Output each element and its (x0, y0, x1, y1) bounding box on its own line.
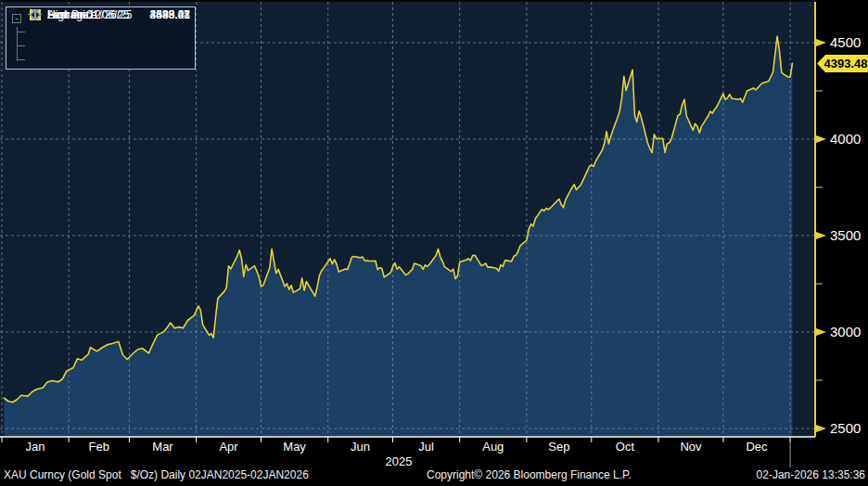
y-axis-label: 2500 (830, 420, 861, 436)
low-marker-icon (27, 8, 43, 20)
legend-label: Low on 01/06/25 (47, 8, 130, 21)
bloomberg-chart-window: JanFebMarAprMayJunJulAugSepOctNovDec2500… (0, 0, 868, 486)
x-axis-month-label: Dec (746, 440, 768, 454)
security-description: XAU Curncy (Gold Spot $/Oz) Daily 02JAN2… (4, 468, 309, 481)
x-axis-month-label: Aug (482, 440, 504, 454)
price-chart-svg[interactable]: JanFebMarAprMayJunJulAugSepOctNovDec2500… (0, 0, 868, 486)
x-axis-month-label: Jan (26, 440, 45, 454)
legend-row-low[interactable]: Low on 01/06/25 2636.47 (27, 7, 190, 21)
x-axis-month-label: Jul (418, 440, 434, 454)
x-axis-month-label: Sep (548, 440, 569, 454)
y-axis-arrow-tick (816, 425, 826, 432)
y-axis-arrow-tick (816, 328, 826, 336)
x-axis-month-label: May (283, 440, 306, 454)
legend-expander-icon[interactable]: - (12, 14, 21, 23)
timestamp: 02-Jan-2026 13:35:36 (757, 468, 865, 481)
x-axis-month-label: Apr (219, 440, 238, 454)
y-axis-arrow-tick (816, 232, 826, 239)
y-axis-label: 4000 (830, 131, 861, 147)
legend-tree-stub (17, 59, 25, 60)
copyright-text: Copyright© 2026 Bloomberg Finance L.P. (427, 468, 632, 481)
y-axis-label: 4500 (830, 34, 861, 50)
legend-tree-stub (17, 32, 25, 32)
legend-value: 2636.47 (150, 8, 190, 21)
x-axis-month-label: Jun (351, 440, 370, 454)
y-axis-label: 3500 (830, 227, 861, 243)
x-axis-month-label: Oct (616, 440, 635, 454)
y-axis-arrow-tick (816, 135, 826, 143)
x-axis-month-label: Feb (89, 440, 109, 454)
x-axis-year-label: 2025 (386, 454, 413, 468)
legend-tree-stub (17, 45, 25, 46)
y-axis-label: 3000 (830, 324, 861, 339)
y-axis-arrow-tick (816, 39, 826, 46)
x-axis-month-label: Nov (680, 440, 702, 454)
chart-legend: - Last Price 4393.48 High on 12/26/25 45… (6, 6, 196, 70)
last-price-badge: 4393.48 (817, 55, 868, 72)
footer-bar: XAU Curncy (Gold Spot $/Oz) Daily 02JAN2… (0, 468, 868, 485)
x-axis-month-label: Mar (152, 440, 173, 454)
